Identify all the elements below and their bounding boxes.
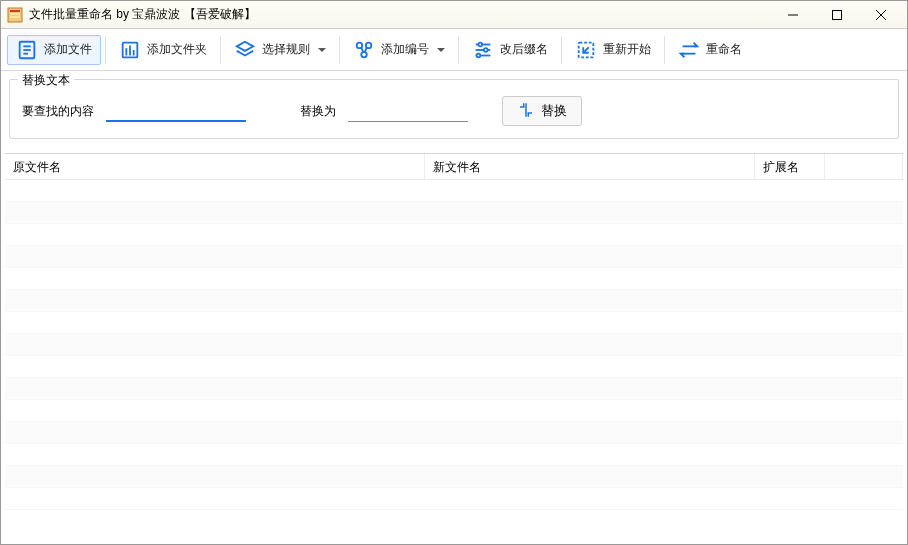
select-rule-button[interactable]: 选择规则: [225, 35, 335, 65]
col-ext[interactable]: 扩展名: [755, 154, 825, 179]
change-ext-label: 改后缀名: [500, 41, 548, 58]
restart-label: 重新开始: [603, 41, 651, 58]
table-row: [5, 400, 903, 422]
search-label: 要查找的内容: [22, 103, 94, 120]
file-grid: 原文件名 新文件名 扩展名: [5, 153, 903, 510]
titlebar: 文件批量重命名 by 宝鼎波波 【吾爱破解】: [1, 1, 907, 29]
rename-icon: [678, 39, 700, 61]
table-row: [5, 290, 903, 312]
svg-point-23: [478, 42, 482, 46]
svg-line-21: [365, 47, 367, 52]
table-row: [5, 444, 903, 466]
grid-body: [5, 180, 903, 510]
search-input[interactable]: [106, 100, 246, 122]
dropdown-caret-icon: [318, 48, 326, 52]
maximize-button[interactable]: [815, 1, 859, 29]
svg-rect-3: [10, 16, 20, 18]
restart-icon: [575, 39, 597, 61]
table-row: [5, 334, 903, 356]
svg-point-25: [484, 48, 488, 52]
table-row: [5, 356, 903, 378]
table-row: [5, 202, 903, 224]
svg-rect-1: [10, 10, 20, 12]
table-row: [5, 180, 903, 202]
layers-icon: [234, 39, 256, 61]
replace-icon: [517, 101, 535, 122]
table-row: [5, 312, 903, 334]
svg-rect-5: [833, 10, 842, 19]
svg-rect-2: [10, 13, 20, 15]
add-file-label: 添加文件: [44, 41, 92, 58]
close-button[interactable]: [859, 1, 903, 29]
svg-point-19: [361, 51, 367, 57]
grid-header: 原文件名 新文件名 扩展名: [5, 154, 903, 180]
replace-label: 替换为: [300, 103, 336, 120]
col-newname[interactable]: 新文件名: [425, 154, 755, 179]
table-row: [5, 422, 903, 444]
replace-input[interactable]: [348, 100, 468, 122]
toolbar-separator: [105, 36, 106, 64]
toolbar: 添加文件 添加文件夹 选择规则 添加编号: [1, 29, 907, 71]
add-folder-icon: [119, 39, 141, 61]
rename-label: 重命名: [706, 41, 742, 58]
rename-button[interactable]: 重命名: [669, 35, 751, 65]
minimize-button[interactable]: [771, 1, 815, 29]
window-title: 文件批量重命名 by 宝鼎波波 【吾爱破解】: [29, 6, 256, 23]
table-row: [5, 268, 903, 290]
replace-button[interactable]: 替换: [502, 96, 582, 126]
app-icon: [7, 7, 23, 23]
col-original[interactable]: 原文件名: [5, 154, 425, 179]
replace-groupbox: 替换文本 要查找的内容 替换为 替换: [9, 79, 899, 139]
add-number-button[interactable]: 添加编号: [344, 35, 454, 65]
svg-point-27: [477, 53, 481, 57]
dropdown-caret-icon: [437, 48, 445, 52]
toolbar-separator: [339, 36, 340, 64]
change-ext-button[interactable]: 改后缀名: [463, 35, 557, 65]
toolbar-separator: [664, 36, 665, 64]
select-rule-label: 选择规则: [262, 41, 310, 58]
nodes-icon: [353, 39, 375, 61]
table-row: [5, 378, 903, 400]
add-folder-button[interactable]: 添加文件夹: [110, 35, 216, 65]
toolbar-separator: [220, 36, 221, 64]
toolbar-separator: [561, 36, 562, 64]
restart-button[interactable]: 重新开始: [566, 35, 660, 65]
toolbar-separator: [458, 36, 459, 64]
add-number-label: 添加编号: [381, 41, 429, 58]
col-rest: [825, 154, 903, 179]
table-row: [5, 488, 903, 510]
svg-marker-16: [237, 41, 254, 50]
add-folder-label: 添加文件夹: [147, 41, 207, 58]
table-row: [5, 246, 903, 268]
replace-button-label: 替换: [541, 102, 567, 120]
table-row: [5, 224, 903, 246]
add-file-icon: [16, 39, 38, 61]
sliders-icon: [472, 39, 494, 61]
replace-legend: 替换文本: [18, 72, 74, 89]
add-file-button[interactable]: 添加文件: [7, 35, 101, 65]
svg-line-20: [361, 47, 363, 52]
table-row: [5, 466, 903, 488]
